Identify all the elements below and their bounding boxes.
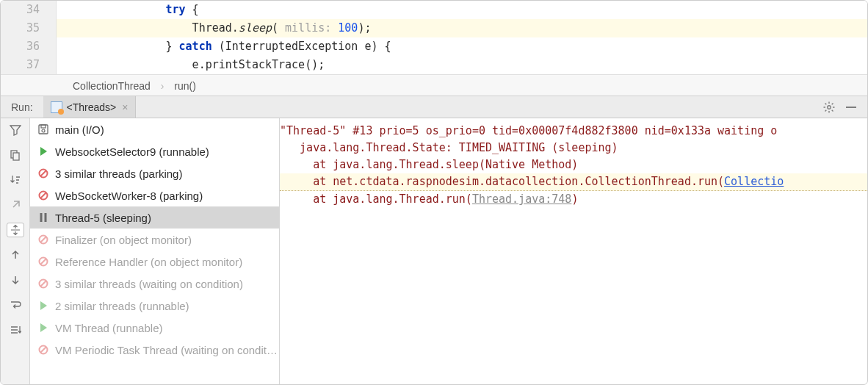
thread-row[interactable]: main (I/O) <box>30 118 279 140</box>
thread-label: Thread-5 (sleeping) <box>55 212 151 224</box>
thread-row[interactable]: Reference Handler (on object monitor) <box>30 251 279 273</box>
ide-window: 34353637 try { Thread.sleep( millis: 100… <box>0 0 868 385</box>
gear-icon[interactable] <box>823 101 835 113</box>
run-toolwindow-header: Run: <Threads> × <box>1 96 867 118</box>
breadcrumb[interactable]: CollectionThread › run() <box>1 74 867 96</box>
svg-line-26 <box>40 281 46 287</box>
thread-label: Finalizer (on object monitor) <box>55 234 192 246</box>
editor-gutter: 34353637 <box>1 1 57 74</box>
run-label: Run: <box>1 101 43 113</box>
svg-line-28 <box>40 347 46 353</box>
hide-toolwindow-icon[interactable] <box>845 101 857 113</box>
breadcrumb-separator-icon: › <box>161 80 164 92</box>
run-tab-title: <Threads> <box>67 101 117 113</box>
dump-line: at java.lang.Thread.run(Thread.java:748) <box>280 191 867 208</box>
svg-line-16 <box>40 170 46 176</box>
svg-line-24 <box>40 259 46 265</box>
svg-rect-20 <box>45 213 47 222</box>
thread-label: WebsocketSelector9 (runnable) <box>55 145 209 158</box>
run-icon <box>37 322 49 334</box>
thread-row[interactable]: VM Thread (runnable) <box>30 317 279 339</box>
thread-label: VM Thread (runnable) <box>55 322 162 334</box>
sort-icon[interactable] <box>7 173 24 187</box>
dump-line: at java.lang.Thread.sleep(Native Method) <box>280 156 867 173</box>
filter-icon[interactable] <box>7 123 24 137</box>
dump-line: "Thread-5" #13 prio=5 os_prio=0 tid=0x00… <box>280 123 867 140</box>
svg-rect-19 <box>40 213 43 222</box>
code-line[interactable]: } catch (InterruptedException e) { <box>57 37 867 56</box>
dump-line: java.lang.Thread.State: TIMED_WAITING (s… <box>280 140 867 156</box>
park-icon <box>37 278 49 289</box>
park-icon <box>37 190 49 201</box>
run-toolwindow-body: main (I/O)WebsocketSelector9 (runnable)3… <box>1 118 867 384</box>
thread-row[interactable]: WebSocketWorker-8 (parking) <box>30 184 279 206</box>
thread-label: WebSocketWorker-8 (parking) <box>55 190 203 202</box>
down-arrow-icon[interactable] <box>7 273 24 287</box>
soft-wrap-icon[interactable] <box>7 298 24 312</box>
open-in-new-icon[interactable] <box>7 198 24 212</box>
split-icon[interactable] <box>7 223 24 237</box>
thread-row[interactable]: 2 similar threads (runnable) <box>30 295 279 317</box>
thread-label: Reference Handler (on object monitor) <box>55 256 242 268</box>
park-icon <box>37 256 49 267</box>
thread-row[interactable]: Finalizer (on object monitor) <box>30 229 279 251</box>
stack-icon[interactable] <box>7 323 24 337</box>
thread-row[interactable]: Thread-5 (sleeping) <box>30 206 279 229</box>
run-icon <box>37 145 49 157</box>
svg-point-0 <box>828 105 831 108</box>
thread-row[interactable]: 3 similar threads (parking) <box>30 162 279 184</box>
copy-icon[interactable] <box>7 148 24 162</box>
park-icon <box>37 234 49 245</box>
thread-label: main (I/O) <box>55 123 104 136</box>
source-link[interactable]: Collectio <box>724 175 784 188</box>
svg-point-14 <box>42 129 45 132</box>
editor-code-area[interactable]: try { Thread.sleep( millis: 100); } catc… <box>57 1 867 74</box>
thread-label: VM Periodic Task Thread (waiting on cond… <box>55 344 279 356</box>
dump-line-highlighted: at net.ctdata.raspnodesim.datacollection… <box>280 173 867 191</box>
close-tab-icon[interactable]: × <box>122 101 128 113</box>
source-link[interactable]: Thread.java:748 <box>472 192 571 206</box>
svg-line-8 <box>832 103 833 104</box>
svg-line-5 <box>825 103 827 104</box>
svg-rect-9 <box>846 107 856 108</box>
svg-rect-11 <box>13 153 19 160</box>
thread-label: 3 similar threads (waiting on condition) <box>55 278 243 290</box>
code-line[interactable]: e.printStackTrace(); <box>57 56 867 74</box>
thread-dump-output[interactable]: "Thread-5" #13 prio=5 os_prio=0 tid=0x00… <box>280 118 867 384</box>
thread-row[interactable]: WebsocketSelector9 (runnable) <box>30 140 279 162</box>
svg-line-6 <box>832 109 833 111</box>
thread-row[interactable]: 3 similar threads (waiting on condition) <box>30 273 279 295</box>
run-tab-threads[interactable]: <Threads> × <box>43 96 137 118</box>
breadcrumb-method[interactable]: run() <box>174 80 196 92</box>
thread-label: 2 similar threads (runnable) <box>55 300 189 312</box>
run-icon <box>37 300 49 312</box>
breadcrumb-class[interactable]: CollectionThread <box>73 80 151 92</box>
park-icon <box>37 168 49 179</box>
park-icon <box>37 344 49 356</box>
run-action-strip <box>1 118 30 384</box>
svg-line-7 <box>825 109 827 111</box>
svg-line-22 <box>40 237 46 242</box>
disk-icon <box>37 123 49 135</box>
up-arrow-icon[interactable] <box>7 248 24 262</box>
pause-icon <box>37 212 49 223</box>
thread-row[interactable]: VM Periodic Task Thread (waiting on cond… <box>30 339 279 361</box>
code-line[interactable]: try { <box>57 1 867 19</box>
thread-list[interactable]: main (I/O)WebsocketSelector9 (runnable)3… <box>30 118 280 384</box>
thread-dump-icon <box>51 101 62 113</box>
svg-line-18 <box>40 192 46 198</box>
thread-label: 3 similar threads (parking) <box>55 168 182 180</box>
code-line[interactable]: Thread.sleep( millis: 100); <box>57 19 867 37</box>
code-editor[interactable]: 34353637 try { Thread.sleep( millis: 100… <box>1 1 867 74</box>
